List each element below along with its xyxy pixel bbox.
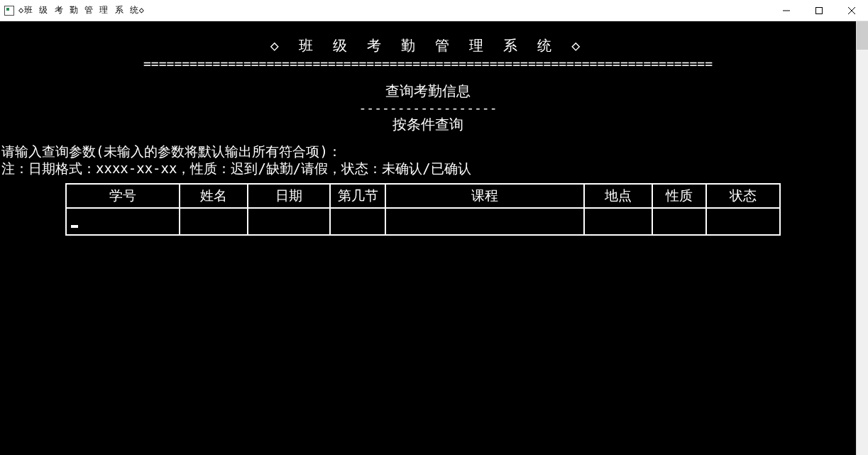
maximize-button[interactable] xyxy=(803,0,835,21)
banner: ◇ 班 级 考 勤 管 理 系 统 ◇ ====================… xyxy=(0,37,856,72)
header-course: 课程 xyxy=(385,184,584,208)
console-frame: ◇ 班 级 考 勤 管 理 系 统 ◇ ====================… xyxy=(0,21,868,455)
header-place: 地点 xyxy=(584,184,652,208)
section-subtitle: 按条件查询 xyxy=(0,116,856,133)
table-header-row: 学号 姓名 日期 第几节 课程 地点 性质 状态 xyxy=(66,184,780,208)
minimize-button[interactable] xyxy=(770,0,803,21)
window-controls xyxy=(770,0,868,21)
minimize-icon xyxy=(783,7,790,14)
section-title: 查询考勤信息 xyxy=(0,82,856,100)
maximize-icon xyxy=(815,7,823,14)
app-icon xyxy=(4,6,14,16)
window-titlebar: ◇班 级 考 勤 管 理 系 统◇ xyxy=(0,0,868,21)
window-title: ◇班 级 考 勤 管 理 系 统◇ xyxy=(18,4,145,16)
header-nature: 性质 xyxy=(652,184,706,208)
header-id: 学号 xyxy=(66,184,180,208)
input-course[interactable] xyxy=(385,208,584,235)
header-period: 第几节 xyxy=(330,184,385,208)
query-table: 学号 姓名 日期 第几节 课程 地点 性质 状态 xyxy=(65,183,781,236)
input-nature[interactable] xyxy=(652,208,706,235)
header-name: 姓名 xyxy=(180,184,248,208)
input-name[interactable] xyxy=(180,208,248,235)
console-output: ◇ 班 级 考 勤 管 理 系 统 ◇ ====================… xyxy=(0,21,856,455)
table-input-row xyxy=(66,208,780,235)
close-button[interactable] xyxy=(835,0,868,21)
input-period[interactable] xyxy=(330,208,385,235)
banner-title: ◇ 班 级 考 勤 管 理 系 统 ◇ xyxy=(0,37,856,55)
banner-divider: ========================================… xyxy=(0,56,856,72)
close-icon xyxy=(848,7,855,14)
prompt-line-2: 注：日期格式：xxxx-xx-xx，性质：迟到/缺勤/请假，状态：未确认/已确认 xyxy=(0,160,856,177)
input-date[interactable] xyxy=(248,208,330,235)
vertical-scrollbar[interactable] xyxy=(856,21,868,455)
input-status[interactable] xyxy=(706,208,780,235)
svg-rect-1 xyxy=(816,7,823,13)
input-id[interactable] xyxy=(66,208,180,235)
scrollbar-thumb[interactable] xyxy=(857,21,868,50)
header-status: 状态 xyxy=(706,184,780,208)
titlebar-left: ◇班 级 考 勤 管 理 系 统◇ xyxy=(0,4,145,16)
header-date: 日期 xyxy=(248,184,330,208)
prompt-line-1: 请输入查询参数(未输入的参数将默认输出所有符合项)： xyxy=(0,143,856,160)
text-cursor xyxy=(71,225,78,228)
input-place[interactable] xyxy=(584,208,652,235)
section-divider: ------------------ xyxy=(0,100,856,116)
